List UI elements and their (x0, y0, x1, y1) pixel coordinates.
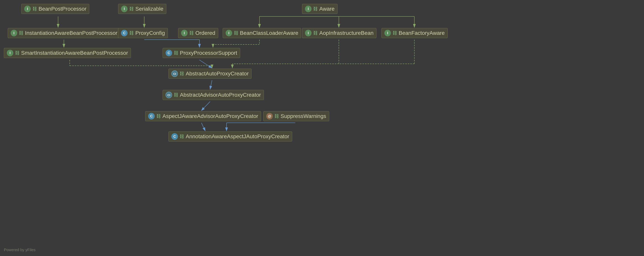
badge-i: I (121, 5, 128, 12)
link-icon: ⛓ (234, 30, 238, 36)
node-aware: I ⛓ Aware (302, 4, 338, 14)
badge-i: I (226, 30, 232, 36)
node-serializable: I ⛓ Serializable (118, 4, 166, 14)
node-label: InstantiationAwareBeanPostProcessor (25, 30, 117, 36)
node-label: BeanClassLoaderAware (240, 30, 298, 36)
node-label: Serializable (135, 6, 164, 12)
link-icon: ⛓ (313, 30, 318, 36)
node-label: Aware (319, 6, 334, 12)
svg-line-26 (210, 80, 212, 89)
node-label: Ordered (195, 30, 215, 36)
badge-i: I (24, 5, 31, 12)
link-icon: ⛓ (19, 30, 24, 36)
link-icon: ⛓ (174, 92, 178, 98)
node-label: AopInfrastructureBean (319, 30, 374, 36)
link-icon: ⛓ (32, 6, 37, 11)
badge-i: I (384, 30, 391, 36)
node-bean-post-processor: I ⛓ BeanPostProcessor (21, 4, 89, 14)
node-ordered: I ⛓ Ordered (178, 28, 218, 38)
svg-line-25 (200, 60, 212, 68)
node-abstract-auto-proxy-creator: CI ⛓ AbstractAutoProxyCreator (168, 69, 252, 79)
powered-by: Powered by yFiles (4, 248, 36, 252)
link-icon: ⛓ (180, 71, 184, 76)
link-icon: ⛓ (180, 134, 184, 139)
badge-i: I (181, 30, 188, 36)
link-icon: ⛓ (189, 30, 194, 36)
badge-ci: CI (166, 92, 172, 98)
badge-i: I (7, 50, 13, 56)
node-bean-factory-aware: I ⛓ BeanFactoryAware (382, 28, 448, 38)
link-icon: ⛓ (392, 30, 397, 36)
link-icon: ⛓ (313, 6, 318, 11)
badge-ci: CI (171, 70, 178, 77)
node-label: AnnotationAwareAspectJAutoProxyCreator (186, 133, 289, 140)
node-label: ProxyConfig (135, 30, 165, 36)
link-icon: ⛓ (15, 50, 20, 56)
node-abstract-advisor-auto-proxy-creator: CI ⛓ AbstractAdvisorAutoProxyCreator (163, 90, 264, 100)
link-icon: ⛓ (129, 6, 134, 11)
node-instantiation-aware: I ⛓ InstantiationAwareBeanPostProcessor (8, 28, 120, 38)
node-label: BeanFactoryAware (399, 30, 445, 36)
badge-i: I (11, 30, 17, 36)
node-proxy-config: C ⛓ ProxyConfig (118, 28, 168, 38)
node-aspect-j-aware-advisor: C ⛓ AspectJAwareAdvisorAutoProxyCreator (145, 111, 261, 121)
link-icon: ⛓ (274, 113, 279, 119)
badge-i: I (305, 30, 312, 36)
badge-c: C (171, 133, 178, 140)
node-annotation-aware: C ⛓ AnnotationAwareAspectJAutoProxyCreat… (168, 131, 292, 142)
node-aop-infrastructure-bean: I ⛓ AopInfrastructureBean (302, 28, 376, 38)
link-icon: ⛓ (156, 113, 161, 119)
node-label: SuppressWarnings (280, 113, 326, 119)
node-bean-class-loader-aware: I ⛓ BeanClassLoaderAware (223, 28, 301, 38)
node-smart-instantiation: I ⛓ SmartInstantiationAwareBeanPostProce… (4, 48, 131, 58)
svg-line-28 (201, 123, 205, 131)
badge-a: @ (266, 113, 273, 119)
node-label: ProxyProcessorSupport (180, 50, 237, 56)
link-icon: ⛓ (174, 50, 178, 56)
node-proxy-processor-support: C ⛓ ProxyProcessorSupport (163, 48, 240, 58)
badge-c: C (148, 113, 155, 119)
node-suppress-warnings: @ ⛓ SuppressWarnings (263, 111, 329, 121)
node-label: AbstractAutoProxyCreator (186, 71, 248, 77)
badge-c: C (121, 30, 128, 36)
node-label: AspectJAwareAdvisorAutoProxyCreator (162, 113, 258, 119)
node-label: BeanPostProcessor (38, 6, 86, 12)
node-label: SmartInstantiationAwareBeanPostProcessor (21, 50, 128, 56)
node-label: AbstractAdvisorAutoProxyCreator (180, 92, 261, 98)
link-icon: ⛓ (129, 30, 134, 36)
badge-c: C (166, 50, 172, 56)
badge-i: I (305, 5, 312, 12)
svg-line-27 (201, 101, 210, 111)
